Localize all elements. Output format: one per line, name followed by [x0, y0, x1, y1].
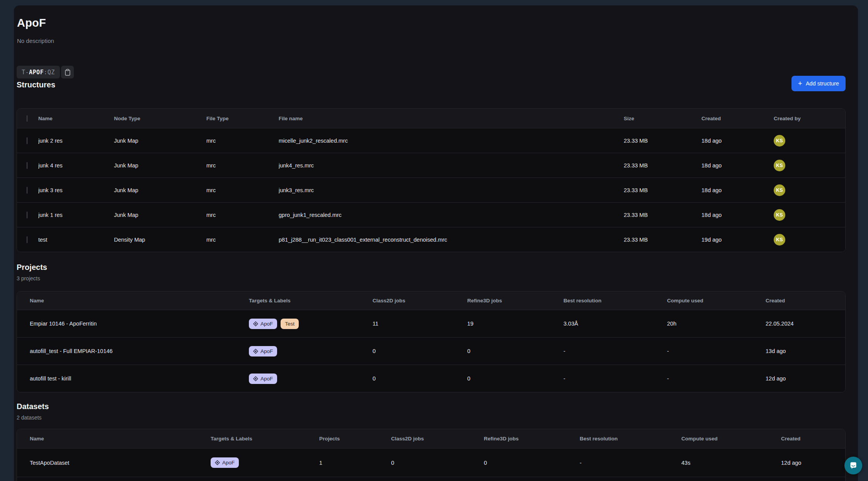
structure-created: 18d ago [701, 162, 774, 169]
project-best-resolution: - [563, 348, 667, 354]
target-badge[interactable]: ApoF [249, 374, 277, 384]
row-checkbox[interactable] [27, 236, 27, 243]
project-created: 13d ago [766, 348, 845, 354]
label-badge-text: Test [285, 321, 294, 327]
dataset-refine3d-jobs: 0 [484, 460, 580, 466]
structure-node-type: Junk Map [114, 212, 206, 218]
label-badge[interactable]: Test [281, 319, 299, 329]
projects-table-header: Name Targets & Labels Class2D jobs Refin… [17, 292, 845, 310]
column-header-name: Name [30, 298, 249, 304]
column-header-file-name: File name [279, 116, 624, 121]
copy-tag-button[interactable] [61, 66, 74, 78]
project-tag: T-APOF :QZ [17, 66, 60, 78]
column-header-class2d-jobs: Class2D jobs [391, 436, 484, 442]
table-row[interactable]: test Density Map mrc p81_j288__run_it023… [17, 227, 845, 252]
avatar: KS [774, 234, 785, 246]
column-header-class2d-jobs: Class2D jobs [373, 298, 467, 304]
column-header-compute-used: Compute used [681, 436, 781, 442]
structure-size: 23.33 MB [624, 162, 701, 169]
chat-bubble-icon [849, 461, 858, 470]
table-row[interactable]: autofill test - kirill ApoF 0 0 - - 12d … [17, 365, 845, 392]
select-all-checkbox[interactable] [27, 115, 27, 122]
project-class2d-jobs: 0 [373, 348, 467, 354]
target-badge[interactable]: ApoF [249, 346, 277, 356]
table-row[interactable]: junk 4 res Junk Map mrc junk4_res.mrc 23… [17, 153, 845, 177]
row-checkbox[interactable] [27, 187, 27, 194]
target-icon [253, 349, 258, 354]
target-icon [215, 460, 220, 465]
column-header-created: Created [701, 116, 774, 121]
structure-file-name: micelle_junk2_rescaled.mrc [279, 138, 624, 144]
row-checkbox[interactable] [27, 137, 27, 144]
datasets-heading: Datasets [17, 402, 49, 411]
structure-file-type: mrc [206, 212, 279, 218]
column-header-name: Name [30, 436, 211, 442]
table-row[interactable]: junk 3 res Junk Map mrc junk3_res.mrc 23… [17, 177, 845, 202]
table-row[interactable]: autofill_test - Full EMPIAR-10146 ApoF 0… [17, 337, 845, 365]
structure-file-name: junk3_res.mrc [279, 187, 624, 193]
tag-suffix: :QZ [44, 69, 55, 76]
target-icon [253, 376, 258, 381]
project-best-resolution: 3.03Å [563, 321, 667, 327]
project-created: 22.05.2024 [766, 321, 845, 327]
chat-widget-button[interactable] [844, 457, 862, 474]
table-row[interactable]: junk 2 res Junk Map mrc micelle_junk2_re… [17, 128, 845, 153]
structure-size: 23.33 MB [624, 187, 701, 193]
structure-created: 18d ago [701, 187, 774, 193]
column-header-created-by: Created by [774, 116, 845, 121]
structure-file-type: mrc [206, 162, 279, 169]
column-header-size: Size [624, 116, 701, 121]
structure-name: junk 3 res [38, 187, 114, 193]
structure-file-type: mrc [206, 237, 279, 243]
structure-file-name: junk4_res.mrc [279, 162, 624, 169]
structure-size: 23.33 MB [624, 237, 701, 243]
structures-table: Name Node Type File Type File name Size … [17, 108, 846, 252]
target-badge-label: ApoF [260, 348, 273, 354]
table-row-partial[interactable] [17, 477, 845, 481]
column-header-best-resolution: Best resolution [580, 436, 681, 442]
structure-name: test [38, 237, 114, 243]
project-name: autofill_test - Full EMPIAR-10146 [30, 348, 249, 354]
plus-icon: + [798, 80, 802, 87]
column-header-targets-labels: Targets & Labels [211, 436, 319, 442]
page-description: No description [17, 38, 54, 44]
column-header-projects: Projects [319, 436, 391, 442]
clipboard-icon [65, 69, 71, 76]
column-header-name: Name [38, 116, 114, 121]
avatar: KS [774, 184, 785, 196]
row-checkbox[interactable] [27, 212, 27, 218]
project-compute-used: - [667, 375, 766, 382]
tag-name: APOF [29, 69, 44, 76]
table-row[interactable]: junk 1 res Junk Map mrc gpro_junk1_resca… [17, 202, 845, 227]
row-checkbox[interactable] [27, 162, 27, 169]
structure-file-name: p81_j288__run_it023_class001_external_re… [279, 237, 624, 243]
structure-file-type: mrc [206, 187, 279, 193]
page-title: ApoF [17, 17, 46, 29]
dataset-projects: 1 [319, 460, 391, 466]
projects-heading: Projects [17, 263, 47, 272]
structure-name: junk 4 res [38, 162, 114, 169]
structure-size: 23.33 MB [624, 138, 701, 144]
table-row[interactable]: TestApoDataset ApoF 1 0 0 - 43s 12d ago [17, 448, 845, 477]
project-compute-used: - [667, 348, 766, 354]
column-header-created: Created [781, 436, 845, 442]
column-header-node-type: Node Type [114, 116, 206, 121]
table-row[interactable]: Empiar 10146 - ApoFerritin ApoF Test 11 … [17, 310, 845, 337]
datasets-table: Name Targets & Labels Projects Class2D j… [17, 429, 846, 481]
column-header-targets-labels: Targets & Labels [249, 298, 373, 304]
structure-size: 23.33 MB [624, 212, 701, 218]
target-badge[interactable]: ApoF [249, 319, 277, 329]
projects-table: Name Targets & Labels Class2D jobs Refin… [17, 291, 846, 392]
column-header-created: Created [766, 298, 845, 304]
target-badge[interactable]: ApoF [211, 457, 239, 468]
add-structure-button[interactable]: + Add structure [791, 76, 846, 91]
structure-file-name: gpro_junk1_rescaled.mrc [279, 212, 624, 218]
structure-node-type: Junk Map [114, 162, 206, 169]
add-structure-label: Add structure [806, 80, 839, 87]
dataset-name: TestApoDataset [30, 460, 211, 466]
dataset-class2d-jobs: 0 [391, 460, 484, 466]
dataset-created: 12d ago [781, 460, 845, 466]
project-best-resolution: - [563, 375, 667, 382]
target-icon [253, 321, 258, 326]
datasets-table-header: Name Targets & Labels Projects Class2D j… [17, 429, 845, 448]
